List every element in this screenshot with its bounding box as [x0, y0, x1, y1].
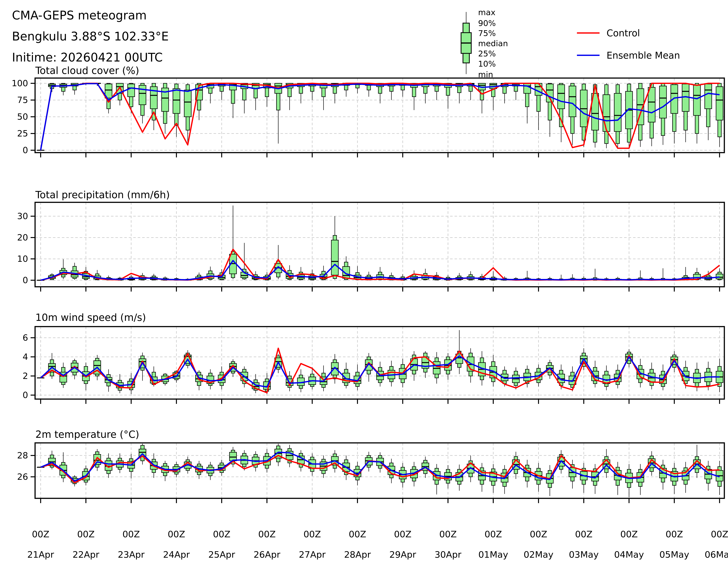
box-plot-item	[626, 83, 632, 148]
box-plot-item	[716, 268, 723, 280]
x-tick-label-day: 21Apr	[27, 549, 54, 560]
x-tick-label-hour: 00Z	[349, 529, 366, 539]
box-plot-item	[376, 83, 384, 103]
y-tick-label: 75	[17, 95, 28, 105]
box-plot-item	[626, 349, 632, 367]
box-plot-item	[297, 450, 304, 472]
box-plot-item	[343, 256, 350, 280]
box-plot-item	[388, 361, 395, 387]
box-plot-item	[128, 454, 135, 478]
box-plot-item	[422, 83, 429, 103]
box-plot-item	[659, 268, 667, 280]
box-plot-item	[478, 274, 486, 280]
box-plot-item	[614, 462, 621, 495]
y-tick-label: 4	[23, 352, 28, 362]
x-tick-label-day: 27Apr	[299, 549, 326, 560]
box-plot-item	[218, 83, 225, 100]
box-plot-item	[671, 83, 678, 143]
x-tick-label-hour: 00Z	[258, 529, 276, 539]
box-plot-item	[207, 369, 214, 389]
box-plot-item	[37, 150, 44, 151]
x-tick-label-day: 28Apr	[344, 549, 371, 560]
boxplot-legend: max 90% 75% median 25% 10% min	[461, 8, 508, 79]
box-plot-item	[354, 83, 361, 94]
box-plot-item	[71, 263, 78, 280]
panel-title-temp: 2m temperature (°C)	[35, 429, 139, 440]
x-tick-label-day: 29Apr	[389, 549, 416, 560]
box-plot-item	[682, 462, 689, 493]
box-plot-item	[569, 83, 576, 145]
x-axis-labels: 00Z21Apr00Z22Apr00Z23Apr00Z24Apr00Z25Apr…	[27, 529, 728, 560]
box-plot-item	[705, 83, 712, 140]
y-tick-label: 50	[17, 112, 28, 122]
x-tick-label-day: 05May	[659, 549, 689, 560]
box-plot-item	[614, 83, 621, 148]
y-tick-label: 0	[23, 275, 28, 285]
box-plot-item	[376, 267, 384, 280]
box-plot-item	[546, 465, 553, 496]
box-plot-item	[603, 83, 610, 148]
meteogram-figure: CMA-GEPS meteogram Bengkulu 3.88°S 102.3…	[0, 0, 728, 585]
box-25-75	[705, 84, 712, 109]
x-tick-label-hour: 00Z	[304, 529, 321, 539]
box-25-75	[569, 86, 576, 117]
x-tick-label-day: 02May	[523, 549, 553, 560]
y-tick-label: 6	[23, 333, 28, 343]
box-plot-item	[286, 83, 293, 110]
box-plot-item	[637, 464, 644, 495]
box-plot-item	[388, 83, 395, 100]
box-plot-item	[716, 359, 723, 392]
box-plot-item	[60, 83, 67, 96]
box-plot-item	[433, 464, 440, 495]
box-plot-item	[501, 83, 508, 103]
x-tick-label-day: 03May	[569, 549, 599, 560]
x-tick-label-hour: 00Z	[168, 529, 185, 539]
box-plot-item	[648, 83, 655, 146]
box-plot-item	[716, 461, 723, 495]
box-plot-item	[603, 366, 610, 390]
y-tick-label: 0	[23, 145, 28, 155]
box-plot-item	[569, 366, 576, 391]
x-tick-label-day: 23Apr	[118, 549, 145, 560]
panel-title-wind: 10m wind speed (m/s)	[35, 312, 146, 323]
init-time: Initime: 20260421 00UTC	[12, 51, 163, 64]
box-plot-item	[456, 83, 463, 103]
panel-0: 0255075100	[11, 78, 724, 157]
box-plot-item	[297, 83, 304, 103]
box-25-75	[671, 85, 678, 113]
panel-1: 0102030	[17, 202, 724, 292]
legend-label-median: median	[478, 39, 508, 48]
x-tick-label-hour: 00Z	[122, 529, 140, 539]
panel-title-precip: Total precipitation (mm/6h)	[35, 189, 170, 201]
figure-title: CMA-GEPS meteogram	[12, 8, 147, 22]
box-plot-item	[433, 83, 440, 100]
box-25-75	[173, 89, 180, 113]
box-plot-item	[331, 354, 338, 383]
box-plot-item	[694, 83, 700, 143]
y-tick-label: 0	[23, 390, 28, 400]
panel-3: 2628	[17, 443, 724, 503]
x-tick-label-hour: 00Z	[666, 529, 683, 539]
box-plot-item	[230, 447, 236, 467]
station-coordinates: Bengkulu 3.88°S 102.33°E	[12, 29, 169, 43]
box-plot-item	[162, 83, 168, 133]
box-25-75	[659, 86, 667, 118]
line-legend: Control Ensemble Mean	[577, 28, 680, 61]
box-plot-item	[411, 351, 418, 381]
box-plot-item	[286, 445, 293, 467]
box-plot-item	[230, 206, 236, 279]
x-tick-label-day: 01May	[478, 549, 508, 560]
box-plot-item	[241, 83, 248, 113]
box-plot-item	[467, 271, 474, 280]
y-tick-label: 30	[17, 211, 28, 221]
box-plot-item	[626, 464, 632, 497]
box-plot-item	[309, 83, 316, 100]
x-tick-label-hour: 00Z	[439, 529, 457, 539]
x-tick-label-hour: 00Z	[485, 529, 502, 539]
box-plot-item	[501, 465, 508, 494]
box-plot-item	[354, 266, 361, 280]
legend-label-max: max	[478, 8, 495, 17]
box-plot-item	[422, 269, 429, 280]
box-plot-item	[37, 378, 44, 378]
box-plot-item	[546, 83, 553, 137]
